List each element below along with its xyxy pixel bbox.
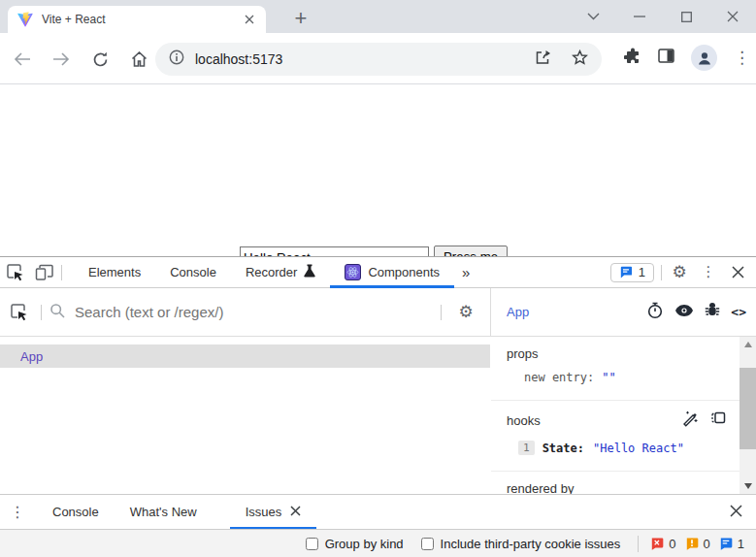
side-panel-icon[interactable] <box>658 49 674 67</box>
tab-recorder[interactable]: Recorder <box>231 257 330 288</box>
component-tree: App <box>0 337 490 494</box>
drawer-tab-console-label: Console <box>52 505 99 519</box>
warning-count: 0 <box>704 537 710 551</box>
devtools-menu-icon[interactable]: ⋮ <box>694 259 723 286</box>
group-by-kind-checkbox[interactable]: Group by kind <box>306 537 404 551</box>
prop-entry[interactable]: new entry:"" <box>507 371 726 384</box>
props-heading: props <box>507 346 726 361</box>
profile-avatar[interactable] <box>691 45 717 71</box>
back-icon[interactable] <box>8 45 37 74</box>
device-toolbar-icon[interactable] <box>29 259 58 286</box>
inspect-element-icon[interactable] <box>0 259 29 286</box>
devtools-panel: Elements Console Recorder Components » <box>0 256 756 557</box>
browser-menu-icon[interactable]: ⋮ <box>734 49 750 66</box>
close-window-button[interactable] <box>709 0 756 33</box>
inspect-dom-eye-icon[interactable] <box>674 304 694 321</box>
search-icon <box>49 303 65 322</box>
components-inspect-icon[interactable] <box>4 299 33 326</box>
components-body: App props new entry:"" hooks <box>0 337 756 494</box>
site-info-icon[interactable] <box>169 49 184 69</box>
parse-hook-names-wand-icon[interactable] <box>681 410 698 430</box>
page-content: Press me <box>0 85 756 256</box>
group-by-kind-label: Group by kind <box>325 537 404 551</box>
tab-elements[interactable]: Elements <box>74 257 155 288</box>
browser-window: Vite + React + <box>0 0 756 557</box>
error-icon <box>650 538 664 550</box>
new-tab-button[interactable]: + <box>287 5 314 32</box>
tab-console[interactable]: Console <box>155 257 231 288</box>
address-bar[interactable]: localhost:5173 <box>155 43 602 76</box>
details-scrollbar[interactable] <box>740 337 756 494</box>
warning-counter[interactable]: 0 <box>685 537 710 551</box>
devtools-settings-icon[interactable]: ⚙ <box>665 259 694 286</box>
divider <box>441 305 442 320</box>
extensions-icon[interactable] <box>624 48 641 69</box>
divider <box>638 536 639 552</box>
drawer-tab-console[interactable]: Console <box>37 495 115 530</box>
drawer-tab-issues[interactable]: Issues <box>230 495 317 530</box>
tab-search-chevron-icon[interactable] <box>570 0 616 33</box>
divider <box>41 305 42 320</box>
prop-value[interactable]: "" <box>602 371 615 384</box>
issue-counter[interactable]: 1 <box>719 537 744 551</box>
tab-strip: Vite + React + <box>0 0 756 33</box>
url-text[interactable]: localhost:5173 <box>195 51 535 67</box>
divider <box>61 265 62 280</box>
close-issues-tab-icon[interactable] <box>290 505 301 519</box>
error-count: 0 <box>669 537 675 551</box>
components-search-input[interactable] <box>75 304 431 320</box>
forward-icon[interactable] <box>47 45 76 74</box>
suspend-timer-icon[interactable] <box>646 302 664 323</box>
copy-icon[interactable] <box>710 410 726 430</box>
props-section: props new entry:"" <box>491 337 740 401</box>
hook-entry[interactable]: 1 State: "Hello React" <box>507 441 726 455</box>
tab-title: Vite + React <box>42 13 241 26</box>
tree-item-app[interactable]: App <box>0 344 490 368</box>
reload-icon[interactable] <box>85 45 115 74</box>
hook-name: State: <box>542 442 584 455</box>
components-settings-icon[interactable]: ⚙ <box>451 299 480 326</box>
tab-close-icon[interactable] <box>241 11 258 28</box>
third-party-cookie-label: Include third-party cookie issues <box>441 537 621 551</box>
close-devtools-icon[interactable] <box>723 259 752 286</box>
log-to-console-bug-icon[interactable] <box>705 302 720 322</box>
tree-item-label: App <box>20 349 43 364</box>
minimize-button[interactable] <box>616 0 663 33</box>
more-tabs-icon[interactable]: » <box>454 264 477 280</box>
tab-components-label: Components <box>368 265 440 279</box>
tab-components[interactable]: Components <box>330 257 454 288</box>
browser-tab[interactable]: Vite + React <box>8 6 266 33</box>
drawer-tab-whats-new[interactable]: What's New <box>115 495 213 530</box>
scroll-down-icon[interactable] <box>740 478 756 494</box>
third-party-cookie-checkbox-input[interactable] <box>421 538 434 550</box>
experiment-flask-icon <box>304 264 315 280</box>
window-controls <box>570 0 756 33</box>
components-panel-toolbar: ⚙ App <> <box>0 288 756 337</box>
tab-elements-label: Elements <box>88 265 141 279</box>
issues-counter-button[interactable]: 1 <box>610 263 654 282</box>
component-details: props new entry:"" hooks <box>491 337 740 494</box>
close-drawer-icon[interactable] <box>716 504 756 521</box>
maximize-button[interactable] <box>663 0 709 33</box>
drawer-menu-icon[interactable]: ⋮ <box>0 505 37 520</box>
prop-key: new entry: <box>524 371 594 384</box>
issues-status-bar: Group by kind Include third-party cookie… <box>0 529 756 557</box>
scroll-up-icon[interactable] <box>740 337 756 352</box>
home-icon[interactable] <box>124 45 153 74</box>
bookmark-star-icon[interactable] <box>572 49 588 70</box>
error-counter[interactable]: 0 <box>650 537 675 551</box>
issues-count: 1 <box>639 265 645 279</box>
hook-index-badge: 1 <box>518 441 535 455</box>
hook-value[interactable]: "Hello React" <box>593 442 684 455</box>
divider <box>661 265 662 280</box>
drawer-tab-whats-new-label: What's New <box>130 505 197 519</box>
browser-toolbar: localhost:5173 ⋮ <box>0 33 756 84</box>
group-by-kind-checkbox-input[interactable] <box>306 538 318 550</box>
share-icon[interactable] <box>535 49 552 69</box>
scrollbar-thumb[interactable] <box>740 368 756 449</box>
view-source-code-icon[interactable]: <> <box>731 305 746 319</box>
third-party-cookie-checkbox[interactable]: Include third-party cookie issues <box>421 537 621 551</box>
tab-recorder-label: Recorder <box>246 265 297 279</box>
inspected-component-title: App <box>507 305 646 319</box>
warning-icon <box>685 538 699 550</box>
